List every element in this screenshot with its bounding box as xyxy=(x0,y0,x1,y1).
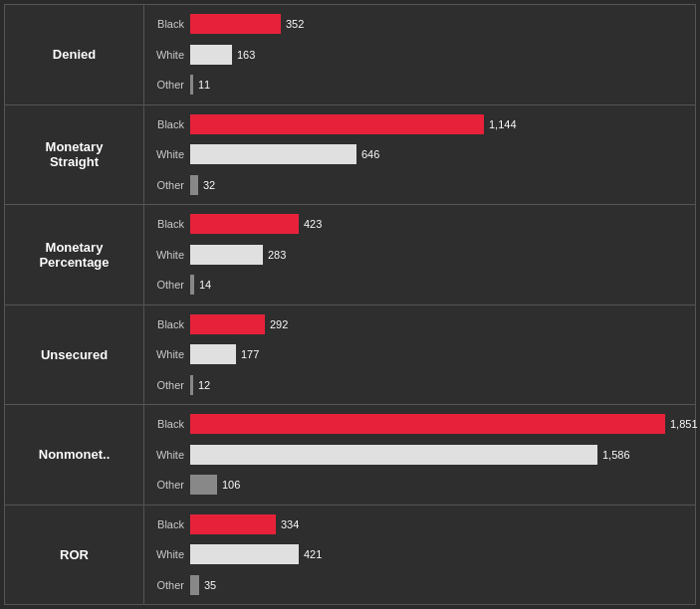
group-row-denied: DeniedBlack352White163Other11 xyxy=(5,5,695,105)
bars-column-monetary-percentage: Black423White283Other14 xyxy=(144,205,695,304)
bar-fill-denied-white xyxy=(190,45,232,65)
race-label-ror-black: Black xyxy=(144,518,190,530)
race-label-nonmonet-black: Black xyxy=(144,418,190,430)
bar-fill-unsecured-black xyxy=(190,314,265,334)
group-label-unsecured: Unsecured xyxy=(5,305,144,405)
bar-row-nonmonet-other: Other106 xyxy=(144,470,698,500)
bar-value-monetary-percentage-other: 14 xyxy=(199,279,211,291)
race-label-monetary-straight-white: White xyxy=(144,148,190,160)
group-label-nonmonet: Nonmonet.. xyxy=(5,405,144,505)
group-label-monetary-percentage: MonetaryPercentage xyxy=(5,205,144,304)
bar-row-denied-other: Other11 xyxy=(144,70,695,100)
bar-fill-monetary-percentage-black xyxy=(190,214,299,234)
bar-track-unsecured-black: 292 xyxy=(190,313,695,335)
bar-value-ror-other: 35 xyxy=(204,579,216,591)
bar-fill-unsecured-white xyxy=(190,344,236,364)
bar-fill-nonmonet-black xyxy=(190,414,665,434)
bar-track-nonmonet-white: 1,586 xyxy=(190,444,698,466)
bar-row-monetary-percentage-black: Black423 xyxy=(144,209,695,239)
bar-value-nonmonet-other: 106 xyxy=(222,479,240,491)
bar-track-unsecured-other: 12 xyxy=(190,374,695,396)
bar-fill-ror-black xyxy=(190,514,276,534)
bar-track-nonmonet-black: 1,851 xyxy=(190,413,698,435)
group-label-monetary-straight: MonetaryStraight xyxy=(5,105,144,205)
bar-track-ror-black: 334 xyxy=(190,513,695,535)
bar-track-ror-white: 421 xyxy=(190,543,695,565)
race-label-monetary-straight-other: Other xyxy=(144,179,190,191)
group-row-unsecured: UnsecuredBlack292White177Other12 xyxy=(5,305,695,406)
race-label-denied-white: White xyxy=(144,49,190,61)
race-label-monetary-percentage-white: White xyxy=(144,249,190,261)
bar-fill-monetary-straight-white xyxy=(190,144,356,164)
bar-row-ror-black: Black334 xyxy=(144,509,695,539)
bar-track-denied-white: 163 xyxy=(190,44,695,66)
bar-row-ror-other: Other35 xyxy=(144,570,695,600)
bar-track-unsecured-white: 177 xyxy=(190,343,695,365)
race-label-denied-black: Black xyxy=(144,18,190,30)
bar-row-monetary-straight-other: Other32 xyxy=(144,170,695,200)
bar-row-nonmonet-white: White1,586 xyxy=(144,440,698,470)
bar-row-monetary-percentage-white: White283 xyxy=(144,240,695,270)
bar-track-monetary-percentage-white: 283 xyxy=(190,244,695,266)
bar-value-denied-black: 352 xyxy=(286,18,304,30)
race-label-unsecured-black: Black xyxy=(144,318,190,330)
bar-track-denied-black: 352 xyxy=(190,13,695,35)
bar-fill-nonmonet-other xyxy=(190,475,217,495)
bar-row-unsecured-white: White177 xyxy=(144,339,695,369)
bar-value-nonmonet-black: 1,851 xyxy=(670,418,698,430)
bar-fill-unsecured-other xyxy=(190,375,193,395)
bar-track-denied-other: 11 xyxy=(190,74,695,96)
bar-value-monetary-straight-black: 1,144 xyxy=(489,118,517,130)
bar-fill-denied-black xyxy=(190,14,281,34)
bar-fill-ror-white xyxy=(190,544,299,564)
bar-value-denied-white: 163 xyxy=(237,49,255,61)
bar-row-denied-white: White163 xyxy=(144,40,695,70)
race-label-monetary-percentage-other: Other xyxy=(144,279,190,291)
bar-value-nonmonet-white: 1,586 xyxy=(602,449,630,461)
race-label-ror-other: Other xyxy=(144,579,190,591)
race-label-monetary-percentage-black: Black xyxy=(144,218,190,230)
bars-column-monetary-straight: Black1,144White646Other32 xyxy=(144,105,695,205)
race-label-unsecured-white: White xyxy=(144,348,190,360)
bar-value-denied-other: 11 xyxy=(198,79,210,91)
bar-row-monetary-straight-black: Black1,144 xyxy=(144,109,695,139)
bar-value-monetary-straight-other: 32 xyxy=(203,179,215,191)
chart-container: DeniedBlack352White163Other11MonetaryStr… xyxy=(4,4,696,605)
bar-track-monetary-straight-white: 646 xyxy=(190,143,695,165)
bar-fill-monetary-straight-black xyxy=(190,114,484,134)
group-row-monetary-straight: MonetaryStraightBlack1,144White646Other3… xyxy=(5,105,695,206)
race-label-nonmonet-white: White xyxy=(144,449,190,461)
group-row-ror: RORBlack334White421Other35 xyxy=(5,506,695,605)
bar-value-monetary-percentage-white: 283 xyxy=(268,249,286,261)
bar-row-ror-white: White421 xyxy=(144,539,695,569)
bars-column-denied: Black352White163Other11 xyxy=(144,5,695,104)
bar-fill-ror-other xyxy=(190,575,199,595)
race-label-unsecured-other: Other xyxy=(144,379,190,391)
bar-row-denied-black: Black352 xyxy=(144,9,695,39)
group-row-nonmonet: Nonmonet..Black1,851White1,586Other106 xyxy=(5,405,695,506)
bars-column-unsecured: Black292White177Other12 xyxy=(144,305,695,405)
bar-row-nonmonet-black: Black1,851 xyxy=(144,409,698,439)
bar-value-ror-white: 421 xyxy=(304,548,322,560)
bar-value-unsecured-white: 177 xyxy=(241,348,259,360)
bar-fill-denied-other xyxy=(190,75,193,95)
bar-value-ror-black: 334 xyxy=(281,518,299,530)
bar-track-nonmonet-other: 106 xyxy=(190,474,698,496)
bar-track-ror-other: 35 xyxy=(190,574,695,596)
bar-value-unsecured-black: 292 xyxy=(270,318,288,330)
bar-track-monetary-percentage-black: 423 xyxy=(190,213,695,235)
bar-value-unsecured-other: 12 xyxy=(198,379,210,391)
bar-row-monetary-straight-white: White646 xyxy=(144,139,695,169)
bar-fill-monetary-straight-other xyxy=(190,175,198,195)
race-label-monetary-straight-black: Black xyxy=(144,118,190,130)
group-row-monetary-percentage: MonetaryPercentageBlack423White283Other1… xyxy=(5,205,695,305)
bar-fill-nonmonet-white xyxy=(190,445,597,465)
bar-track-monetary-straight-other: 32 xyxy=(190,174,695,196)
bar-row-unsecured-black: Black292 xyxy=(144,309,695,339)
bar-fill-monetary-percentage-other xyxy=(190,275,194,295)
race-label-nonmonet-other: Other xyxy=(144,479,190,491)
race-label-denied-other: Other xyxy=(144,79,190,91)
bar-row-monetary-percentage-other: Other14 xyxy=(144,270,695,300)
bars-column-ror: Black334White421Other35 xyxy=(144,506,695,605)
race-label-ror-white: White xyxy=(144,548,190,560)
